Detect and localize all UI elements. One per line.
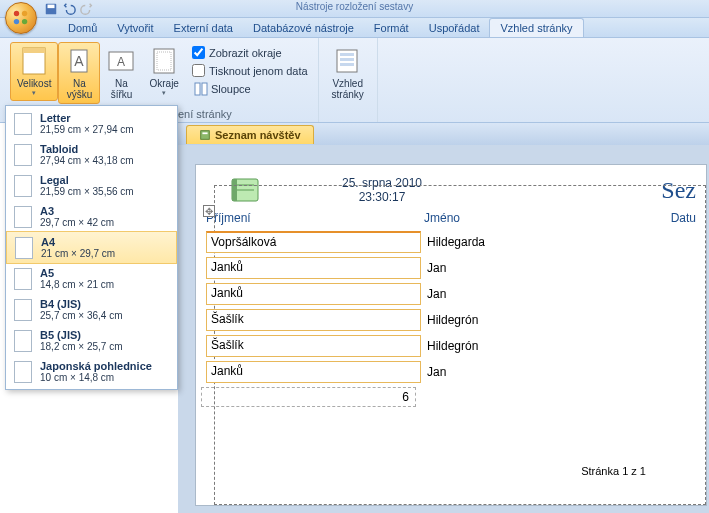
svg-rect-5: [48, 5, 55, 9]
svg-rect-21: [202, 132, 207, 134]
paper-size-item[interactable]: A4 21 cm × 29,7 cm: [6, 231, 177, 264]
paper-size-item[interactable]: B5 (JIS) 18,2 cm × 25,7 cm: [6, 325, 177, 356]
paper-name: A3: [40, 205, 114, 217]
table-row[interactable]: Janků Jan: [206, 281, 696, 307]
paper-size-dropdown[interactable]: Letter 21,59 cm × 27,94 cm Tabloid 27,94…: [5, 105, 178, 390]
cell-surname[interactable]: Šašlík: [206, 309, 421, 331]
report-icon: [199, 129, 211, 141]
cell-name[interactable]: Hildegarda: [421, 235, 485, 249]
landscape-label: Na šířku: [111, 78, 133, 100]
svg-point-3: [22, 19, 27, 24]
portrait-label: Na výšku: [67, 78, 93, 100]
report-time: 23:30:17: [359, 190, 406, 204]
paper-size-item[interactable]: Legal 21,59 cm × 35,56 cm: [6, 170, 177, 201]
tab-create[interactable]: Vytvořit: [107, 19, 163, 37]
page-thumb-icon: [14, 113, 32, 135]
cell-surname[interactable]: Janků: [206, 283, 421, 305]
col-header-date-partial[interactable]: Datu: [671, 211, 696, 225]
svg-text:A: A: [117, 55, 125, 69]
paper-size-item[interactable]: Japonská pohlednice 10 cm × 14,8 cm: [6, 356, 177, 387]
cell-name[interactable]: Jan: [421, 365, 446, 379]
columns-icon: [194, 82, 208, 96]
size-button[interactable]: Velikost ▾: [10, 42, 58, 101]
print-data-label: Tisknout jenom data: [209, 65, 308, 77]
qat-save-icon[interactable]: [44, 2, 58, 19]
tab-home[interactable]: Domů: [58, 19, 107, 37]
portrait-icon: A: [65, 46, 93, 76]
paper-name: B4 (JIS): [40, 298, 123, 310]
notebook-icon: [226, 175, 262, 205]
paper-size-item[interactable]: Tabloid 27,94 cm × 43,18 cm: [6, 139, 177, 170]
paper-dim: 21 cm × 29,7 cm: [41, 248, 115, 259]
table-row[interactable]: Šašlík Hildegrón: [206, 307, 696, 333]
cell-surname[interactable]: Janků: [206, 361, 421, 383]
svg-point-2: [14, 19, 19, 24]
paper-dim: 18,2 cm × 25,7 cm: [40, 341, 123, 352]
dropdown-caret-icon: ▾: [32, 89, 36, 97]
tab-pagelayout[interactable]: Vzhled stránky: [489, 18, 583, 37]
ribbon-tabs: Domů Vytvořit Externí data Databázové ná…: [0, 18, 709, 38]
svg-rect-18: [340, 58, 354, 61]
col-header-surname[interactable]: Příjmení: [206, 211, 424, 225]
qat-undo-icon[interactable]: [62, 2, 76, 19]
tab-arrange[interactable]: Uspořádat: [419, 19, 490, 37]
paper-name: Legal: [40, 174, 134, 186]
page-thumb-icon: [14, 144, 32, 166]
document-tab-label: Seznam návštěv: [215, 129, 301, 141]
dropdown-caret-icon: ▾: [162, 89, 166, 97]
cell-name[interactable]: Jan: [421, 287, 446, 301]
page-setup-icon: [334, 46, 362, 76]
office-button[interactable]: [5, 2, 37, 34]
paper-name: Japonská pohlednice: [40, 360, 152, 372]
show-margins-check[interactable]: [192, 46, 205, 59]
tab-format[interactable]: Formát: [364, 19, 419, 37]
col-header-name[interactable]: Jméno: [424, 211, 671, 225]
paper-name: Tabloid: [40, 143, 134, 155]
svg-rect-15: [202, 83, 207, 95]
cell-name[interactable]: Hildegrón: [421, 313, 478, 327]
show-margins-checkbox[interactable]: Zobrazit okraje: [192, 46, 308, 59]
document-tab[interactable]: Seznam návštěv: [186, 125, 314, 144]
page-setup-label: Vzhled stránky: [332, 78, 364, 100]
svg-rect-14: [195, 83, 200, 95]
page-setup-button[interactable]: Vzhled stránky: [325, 42, 371, 104]
svg-point-1: [22, 11, 27, 16]
cell-name[interactable]: Jan: [421, 261, 446, 275]
table-row[interactable]: Vopršálková Hildegarda: [206, 229, 696, 255]
cell-surname[interactable]: Šašlík: [206, 335, 421, 357]
table-row[interactable]: Šašlík Hildegrón: [206, 333, 696, 359]
cell-surname[interactable]: Janků: [206, 257, 421, 279]
columns-button[interactable]: Sloupce: [192, 80, 308, 98]
paper-size-item[interactable]: A5 14,8 cm × 21 cm: [6, 263, 177, 294]
table-row[interactable]: Janků Jan: [206, 255, 696, 281]
tab-dbtools[interactable]: Databázové nástroje: [243, 19, 364, 37]
svg-rect-19: [340, 63, 354, 66]
tab-external[interactable]: Externí data: [164, 19, 243, 37]
paper-size-item[interactable]: Letter 21,59 cm × 27,94 cm: [6, 108, 177, 139]
paper-size-item[interactable]: A3 29,7 cm × 42 cm: [6, 201, 177, 232]
cell-name[interactable]: Hildegrón: [421, 339, 478, 353]
paper-name: Letter: [40, 112, 134, 124]
title-bar-hint: Nástroje rozložení sestavy: [296, 1, 413, 12]
report-title-partial: Sez: [661, 177, 696, 204]
print-data-check[interactable]: [192, 64, 205, 77]
report-page: ✥ 25. srpna 2010 23:30:17 Sez Příjmení J…: [196, 165, 706, 505]
qat-redo-icon[interactable]: [80, 2, 94, 19]
landscape-button[interactable]: A Na šířku: [100, 42, 142, 104]
margins-label: Okraje: [149, 78, 178, 89]
page-size-icon: [20, 46, 48, 76]
page-thumb-icon: [14, 361, 32, 383]
margins-button[interactable]: Okraje ▾: [142, 42, 185, 101]
print-data-only-checkbox[interactable]: Tisknout jenom data: [192, 64, 308, 77]
table-row[interactable]: Janků Jan: [206, 359, 696, 385]
paper-dim: 27,94 cm × 43,18 cm: [40, 155, 134, 166]
row-count-cell: 6: [201, 387, 416, 407]
paper-size-item[interactable]: B4 (JIS) 25,7 cm × 36,4 cm: [6, 294, 177, 325]
margins-icon: [150, 46, 178, 76]
cell-surname[interactable]: Vopršálková: [206, 231, 421, 253]
columns-label: Sloupce: [211, 83, 251, 95]
svg-rect-23: [232, 179, 237, 201]
paper-name: A5: [40, 267, 114, 279]
move-handle[interactable]: ✥: [203, 205, 215, 217]
portrait-button[interactable]: A Na výšku: [58, 42, 100, 104]
